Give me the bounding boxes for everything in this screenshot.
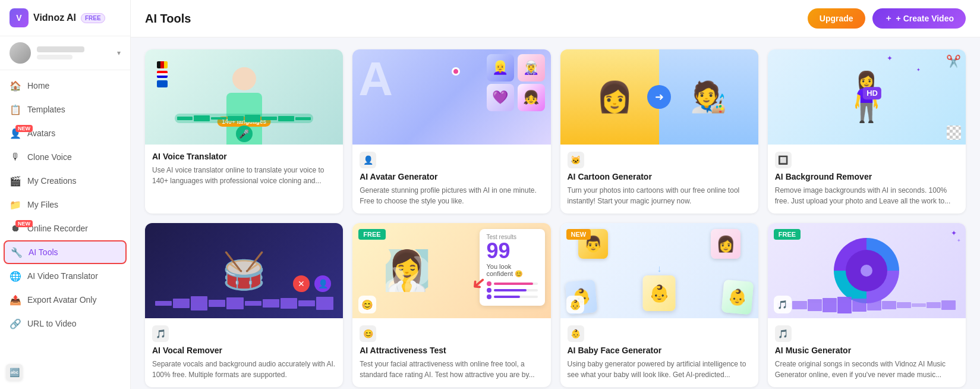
create-video-button[interactable]: ＋ + Create Video <box>872 8 966 29</box>
tool-icon: 🔲 <box>775 152 792 168</box>
wave-visualization <box>155 294 333 312</box>
sparkle-icon: ✦ <box>887 54 893 62</box>
arrow-icon: ➜ <box>647 85 671 109</box>
tool-card-ai-cartoon-generator[interactable]: 👩 ➜ 🧑‍🎨 🐱 AI Cartoon Generator Turn your… <box>560 49 758 214</box>
tool-icon: 😊 <box>360 325 376 342</box>
upgrade-button[interactable]: Upgrade <box>808 8 865 29</box>
sidebar-item-label: URL to Video <box>27 319 77 328</box>
mic-button: 🎤 <box>236 126 253 142</box>
card-visual: NEW 👨 👩 ↓ 👶 👶 <box>560 223 758 318</box>
card-description: Remove image backgrounds with AI in seco… <box>775 185 959 206</box>
sidebar-item-url-to-video[interactable]: 🔗 URL to Video <box>0 312 130 335</box>
card-image: 🧍‍♀️ HD ✂️ ✦ ✦ <box>768 49 966 145</box>
card-body: 👶 AI Baby Face Generator Using baby gene… <box>560 318 758 387</box>
card-visual: 140+ languages 🎤 <box>145 49 343 145</box>
sidebar-item-label: Home <box>27 81 49 90</box>
clone-voice-icon: 🎙 <box>10 151 21 163</box>
sidebar-item-label: My Creations <box>27 176 76 186</box>
sidebar-item-templates[interactable]: 📋 Templates <box>0 98 130 121</box>
ai-tools-icon: 🔧 <box>11 246 23 258</box>
card-description: Generate stunning profile pictures with … <box>360 185 543 206</box>
card-description: Using baby generator powered by artifici… <box>568 359 751 380</box>
card-title: AI Cartoon Generator <box>568 172 751 181</box>
tool-icon: 🐱 <box>568 152 584 168</box>
header-actions: Upgrade ＋ + Create Video <box>808 8 966 29</box>
sidebar-item-avatars[interactable]: NEW 👤 Avatars <box>0 121 130 145</box>
card-body: 👤 AI Avatar Generator Generate stunning … <box>352 145 550 214</box>
german-flag <box>157 61 168 68</box>
card-image: 👩 ➜ 🧑‍🎨 <box>560 49 758 145</box>
card-body: 😊 AI Attractiveness Test Test your facia… <box>352 318 550 387</box>
audio-wave <box>175 114 313 123</box>
tool-card-ai-vocal-remover[interactable]: 🥁 <box>145 223 343 387</box>
tool-card-ai-voice-translator[interactable]: 140+ languages 🎤 <box>145 49 343 214</box>
new-badge: NEW <box>566 229 591 240</box>
head <box>232 67 256 90</box>
baby-photo-2: 👶 <box>643 275 676 311</box>
user-subtitle-blurred <box>37 55 73 59</box>
sidebar-item-export-avatar-only[interactable]: 📤 Export Avatar Only <box>0 288 130 312</box>
sidebar-item-home[interactable]: 🏠 Home <box>0 74 130 98</box>
adult-photo-2: 👩 <box>711 229 740 259</box>
card-body: 🎵 AI Vocal Remover Separate vocals and b… <box>145 318 343 387</box>
free-badge: FREE <box>774 229 801 240</box>
sparkle-icon-small: ✦ <box>916 67 921 73</box>
tool-icon: 👶 <box>568 325 584 342</box>
music-disc <box>834 238 899 303</box>
card-visual: A 👱‍♀️ 🧝‍♀️ 💜 👧 <box>352 49 550 145</box>
card-image: A 👱‍♀️ 🧝‍♀️ 💜 👧 <box>352 49 550 145</box>
sidebar-item-ai-video-translator[interactable]: 🌐 AI Video Translator <box>0 264 130 288</box>
tool-card-ai-music-generator[interactable]: FREE <box>768 223 966 387</box>
score-bars <box>487 281 538 299</box>
card-body: 🔲 AI Background Remover Remove image bac… <box>768 145 966 214</box>
flag-dots <box>157 61 168 87</box>
transparent-indicator <box>947 126 961 140</box>
tool-card-ai-baby-face-generator[interactable]: NEW 👨 👩 ↓ 👶 👶 <box>560 223 758 387</box>
card-visual: 🧍‍♀️ HD ✂️ ✦ ✦ <box>768 49 966 145</box>
score-card: Test results 99 You look confident 😊 <box>480 229 545 306</box>
card-visual: FREE 🧖‍♀️ Test results 99 You look confi… <box>352 223 550 318</box>
card-description: Turn your photos into cartoons with our … <box>568 185 751 206</box>
flag3 <box>157 80 168 87</box>
card-image: FREE <box>768 223 966 318</box>
plus-icon: ＋ <box>884 13 893 24</box>
main-content: AI Tools Upgrade ＋ + Create Video <box>131 0 980 389</box>
card-visual: 🥁 <box>145 223 343 318</box>
my-creations-icon: 🎬 <box>10 175 21 187</box>
user-info <box>37 46 111 59</box>
card-title: AI Music Generator <box>775 346 959 355</box>
user-profile[interactable]: ▾ <box>0 36 130 70</box>
tool-card-ai-avatar-generator[interactable]: A 👱‍♀️ 🧝‍♀️ 💜 👧 👤 AI Avat <box>352 49 550 214</box>
url-to-video-icon: 🔗 <box>10 318 21 330</box>
music-wave <box>777 297 956 313</box>
page-title: AI Tools <box>145 12 191 26</box>
nl-flag <box>157 71 168 78</box>
score-sub-label: You look confident 😊 <box>487 263 538 278</box>
sidebar-item-ai-tools[interactable]: 🔧 AI Tools <box>4 240 127 264</box>
card-title: AI Attractiveness Test <box>360 346 543 355</box>
tool-icon: 🎵 <box>152 325 169 342</box>
nav-section: 🏠 Home 📋 Templates NEW 👤 Avatars 🎙 Clone… <box>0 70 130 339</box>
sidebar-item-label: AI Video Translator <box>27 271 98 281</box>
card-description: Separate vocals and background audio acc… <box>152 359 336 380</box>
ai-video-translator-icon: 🌐 <box>10 270 21 282</box>
card-image: NEW 👨 👩 ↓ 👶 👶 <box>560 223 758 318</box>
sidebar-item-my-files[interactable]: 📁 My Files <box>0 193 130 217</box>
avatar <box>10 42 31 64</box>
tool-card-ai-background-remover[interactable]: 🧍‍♀️ HD ✂️ ✦ ✦ � <box>768 49 966 214</box>
card-title: AI Baby Face Generator <box>568 346 751 355</box>
card-description: Test your facial attractiveness with onl… <box>360 359 543 380</box>
chevron-down-icon: ▾ <box>117 49 121 57</box>
face-scan-icon: 😊 <box>358 296 376 313</box>
sparkle-2: ✦ <box>957 238 961 243</box>
sidebar-item-my-creations[interactable]: 🎬 My Creations <box>0 169 130 193</box>
letter-a: A <box>358 55 393 103</box>
tool-card-ai-attractiveness-test[interactable]: FREE 🧖‍♀️ Test results 99 You look confi… <box>352 223 550 387</box>
sidebar-item-label: Export Avatar Only <box>27 295 96 305</box>
home-icon: 🏠 <box>10 80 21 92</box>
logo-area: V Vidnoz AI FREE <box>0 0 130 36</box>
sidebar-item-online-recorder[interactable]: NEW ⏺ Online Recorder <box>0 217 130 240</box>
sidebar-item-clone-voice[interactable]: 🎙 Clone Voice <box>0 145 130 169</box>
card-description: Use AI voice translator online to transl… <box>152 165 336 186</box>
new-badge: NEW <box>15 220 33 227</box>
